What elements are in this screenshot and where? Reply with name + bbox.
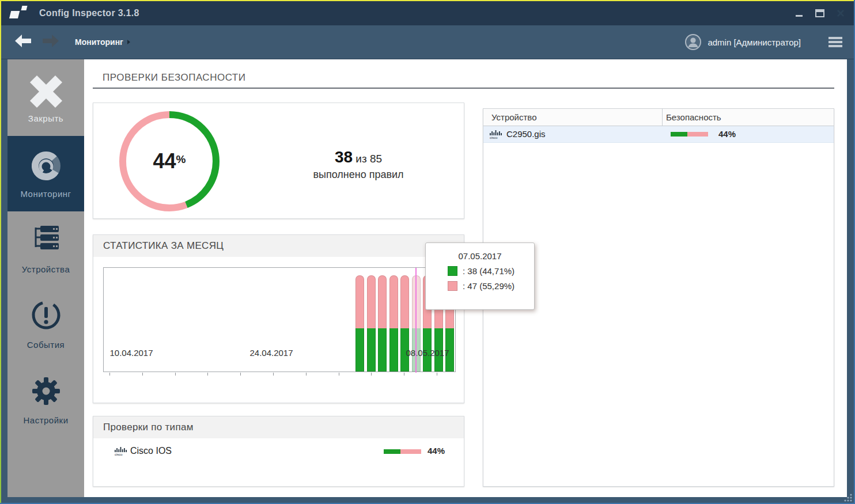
type-security-bar [384,449,421,454]
security-summary-card: 44% 38 из 85 выполнено правил [93,103,464,219]
window-edge-left [0,0,1,504]
forward-button[interactable] [41,34,60,50]
forward-arrow-icon [41,34,60,48]
device-percent: 44% [718,129,736,139]
green-swatch-icon [448,266,457,276]
tooltip-pink-value: : 47 (55,29%) [463,281,514,291]
x-axis-tick [142,373,143,376]
window-frame-bottom [1,497,854,503]
menu-button[interactable] [828,37,842,47]
cisco-logo-icon: cisco [489,130,504,142]
tooltip-date: 07.05.2017 [426,251,534,261]
sidebar: Закрыть Мониторинг [7,59,84,497]
stacked-bar[interactable] [355,275,364,372]
window-frame-left [1,59,7,497]
x-axis-tick [306,373,307,376]
heading-divider [93,88,834,89]
donut-center-value: 44% [119,111,220,211]
user-avatar-icon [684,33,702,51]
x-axis-label: 08.05.2017 [406,348,449,358]
minimize-icon [796,15,803,17]
column-separator [662,109,663,126]
minimize-button[interactable] [793,7,805,20]
x-axis-label: 10.04.2017 [109,348,153,358]
security-donut-chart[interactable]: 44% [119,111,220,211]
window-frame-right [847,59,854,497]
window-edge-top [0,0,855,1]
pink-swatch-icon [448,281,457,291]
title-bar: Config Inspector 3.1.8 × [1,1,854,25]
maximize-button[interactable] [814,7,826,20]
user-menu[interactable]: admin [Администратор] [684,33,801,51]
close-x-icon [28,73,65,112]
stacked-bar[interactable] [389,275,398,372]
devices-servers-icon [31,224,61,255]
hamburger-icon [828,37,842,39]
breadcrumb[interactable]: Мониторинг [75,37,130,47]
x-axis-label: 24.04.2017 [249,348,293,358]
sidebar-item-close[interactable]: Закрыть [7,60,84,136]
breadcrumb-label: Мониторинг [75,37,123,47]
settings-gear-icon [30,375,62,410]
x-axis-tick [404,373,404,376]
app-logo-icon [8,5,28,22]
x-axis-tick [371,373,372,376]
page-title: ПРОВЕРКИ БЕЗОПАСНОСТИ [103,72,245,84]
types-title: Проверки по типам [93,416,464,438]
nav-bar: Мониторинг admin [Администратор] [1,25,854,59]
x-axis-tick [437,373,437,376]
svg-text:cisco: cisco [115,453,123,456]
back-button[interactable] [14,34,32,50]
x-axis-tick [339,373,339,376]
back-arrow-icon [14,34,32,48]
rules-passed-count: 38 [335,148,353,166]
sidebar-item-label: Мониторинг [7,189,84,199]
app-title: Config Inspector 3.1.8 [39,8,139,18]
maximize-icon [815,9,824,17]
stats-title: СТАТИСТИКА ЗА МЕСЯЦ [93,235,464,257]
checks-by-type-card: Проверки по типам cisco Cisco IOS [93,416,464,487]
sidebar-item-events[interactable]: События [7,287,84,362]
column-header-security[interactable]: Безопасность [666,112,721,122]
type-percent: 44% [428,446,445,456]
sidebar-item-monitoring[interactable]: Мониторинг [7,136,84,211]
user-name: admin [Администратор] [708,37,801,47]
sidebar-item-label: Настройки [7,415,84,425]
x-axis-tick [240,373,241,376]
percent-value: 44 [153,149,176,173]
sidebar-item-settings[interactable]: Настройки [7,362,84,438]
devices-table-header: Устройство Безопасность [483,109,834,126]
sidebar-item-label: Закрыть [7,113,84,123]
x-axis-tick [273,373,274,376]
resize-grip[interactable] [842,492,853,502]
close-icon: × [837,7,845,19]
type-name: Cisco IOS [130,446,172,456]
tooltip-green-value: : 38 (44,71%) [463,266,514,276]
percent-sign: % [176,153,186,165]
devices-table-card: Устройство Безопасность cisco [483,108,834,487]
x-axis-tick [109,373,110,376]
hover-crosshair-line [415,268,417,373]
device-security-bar [671,132,708,137]
events-alert-icon [31,300,62,333]
device-row[interactable]: cisco C2950.gis 44% [483,126,834,143]
svg-text:cisco: cisco [490,136,498,139]
x-axis-tick [175,373,176,376]
sidebar-item-label: События [7,340,84,350]
rules-caption: выполнено правил [266,169,451,181]
chart-tooltip: 07.05.2017 : 38 (44,71%) : 47 (55,29%) [425,242,535,310]
monitoring-donut-icon [29,149,63,185]
main-content: ПРОВЕРКИ БЕЗОПАСНОСТИ 44% 38 из 85 выпол… [84,59,847,497]
stacked-bar[interactable] [378,275,387,372]
close-button[interactable]: × [834,7,847,20]
sidebar-item-label: Устройства [7,264,84,274]
app-window: Config Inspector 3.1.8 × Мониторинг [0,0,855,504]
monthly-stats-card: СТАТИСТИКА ЗА МЕСЯЦ 10.04.2017 24.04.201… [93,234,464,403]
stacked-bar[interactable] [367,275,376,372]
type-row[interactable]: cisco Cisco IOS 44% [93,444,464,460]
device-name: C2950.gis [506,129,546,139]
column-header-device[interactable]: Устройство [491,112,536,122]
x-axis-tick [207,373,208,376]
cisco-logo-icon: cisco [114,446,129,458]
sidebar-item-devices[interactable]: Устройства [7,211,84,287]
